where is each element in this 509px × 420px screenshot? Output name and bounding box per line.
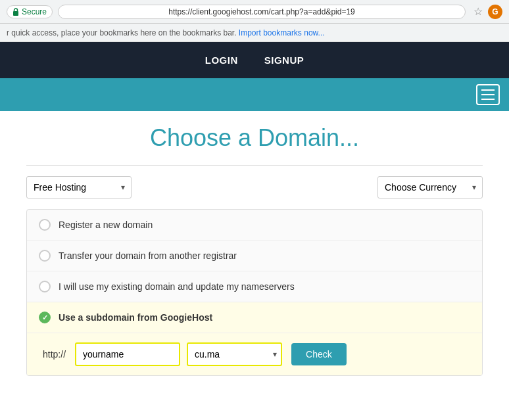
dropdowns-row: Free Hosting Choose Currency USD EUR GBP (26, 176, 483, 198)
main-content: Choose a Domain... Free Hosting Choose C… (0, 111, 509, 396)
hosting-select-wrapper: Free Hosting (26, 176, 132, 198)
hosting-select[interactable]: Free Hosting (26, 176, 132, 198)
radio-4[interactable] (39, 312, 51, 323)
option-label-4: Use a subdomain from GoogieHost (59, 312, 212, 323)
domain-select-wrapper: cu.ma .googiehost.com .freecluster.eu (187, 342, 282, 366)
star-icon[interactable]: ☆ (473, 5, 483, 18)
url-text: https://client.googiehost.com/cart.php?a… (168, 7, 355, 16)
subdomain-row: http:// cu.ma .googiehost.com .freeclust… (27, 333, 482, 375)
radio-3[interactable] (39, 281, 51, 292)
check-button[interactable]: Check (291, 343, 347, 365)
option-label-2: Transfer your domain from another regist… (59, 250, 237, 261)
login-link[interactable]: LOGIN (205, 55, 238, 66)
nav-bar: LOGIN SIGNUP (0, 42, 509, 78)
signup-link[interactable]: SIGNUP (264, 55, 304, 66)
radio-2[interactable] (39, 250, 51, 262)
svg-rect-0 (13, 11, 18, 16)
page-title: Choose a Domain... (26, 124, 483, 152)
hamburger-button[interactable] (476, 84, 500, 105)
bookmarks-bar: r quick access, place your bookmarks her… (0, 24, 509, 42)
import-bookmarks-link[interactable]: Import bookmarks now... (239, 28, 325, 37)
option-label-3: I will use my existing domain and update… (59, 281, 295, 292)
radio-1[interactable] (39, 219, 51, 231)
hamburger-line-2 (481, 94, 495, 95)
option-label-1: Register a new domain (59, 220, 153, 230)
secure-text: Secure (22, 7, 47, 16)
options-card: Register a new domain Transfer your doma… (26, 209, 483, 376)
http-prefix: http:// (43, 349, 66, 360)
teal-bar (0, 78, 509, 111)
subdomain-input[interactable] (75, 342, 180, 366)
option-row-2[interactable]: Transfer your domain from another regist… (27, 241, 482, 271)
option-row-1[interactable]: Register a new domain (27, 210, 482, 241)
secure-badge: Secure (7, 5, 53, 18)
currency-select[interactable]: Choose Currency USD EUR GBP (377, 176, 483, 198)
hamburger-line-1 (481, 89, 495, 91)
divider (26, 165, 483, 166)
profile-icon[interactable]: G (488, 5, 502, 19)
option-row-4[interactable]: Use a subdomain from GoogieHost (27, 302, 482, 333)
option-row-3[interactable]: I will use my existing domain and update… (27, 271, 482, 302)
bookmarks-text: r quick access, place your bookmarks her… (7, 28, 237, 37)
lock-icon (12, 8, 19, 16)
domain-select[interactable]: cu.ma .googiehost.com .freecluster.eu (187, 342, 282, 366)
url-bar[interactable]: https://client.googiehost.com/cart.php?a… (58, 5, 466, 19)
hamburger-line-3 (481, 99, 495, 100)
currency-select-wrapper: Choose Currency USD EUR GBP (377, 176, 483, 198)
browser-bar: Secure https://client.googiehost.com/car… (0, 0, 509, 24)
